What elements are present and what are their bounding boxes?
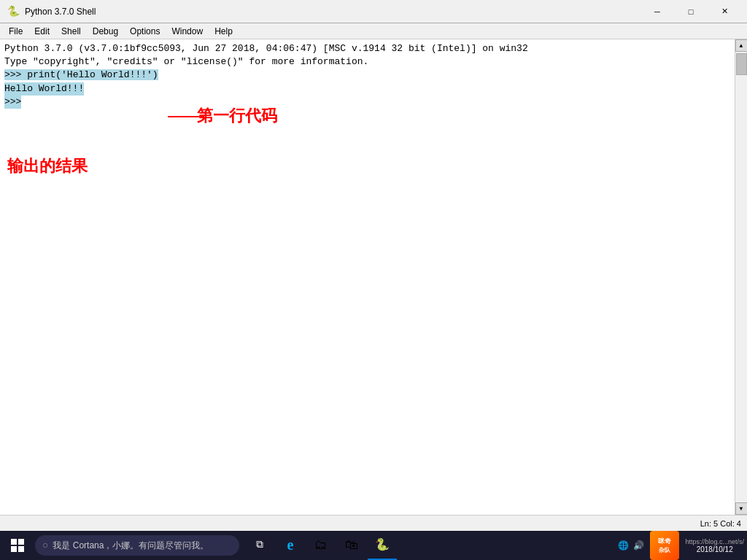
shell-prompt-line1: >>> print('Hello World!!!') xyxy=(4,69,730,82)
volume-icon[interactable]: 🔊 xyxy=(633,540,644,551)
svg-rect-3 xyxy=(18,546,24,552)
cortana-placeholder: 我是 Cortana，小娜。有问题尽管问我。 xyxy=(53,540,209,552)
date-display: 2018/10/12 xyxy=(697,545,733,553)
title-bar: 🐍 Python 3.7.0 Shell ─ □ ✕ xyxy=(0,0,747,23)
minimize-button[interactable]: ─ xyxy=(640,0,674,23)
prompt-symbol-2: >>> xyxy=(4,96,21,109)
prompt-symbol-1: >>> xyxy=(4,69,27,80)
python-taskbar-button[interactable]: 🐍 xyxy=(368,531,397,560)
shell-output-line: Hello World!!! xyxy=(4,82,730,96)
svg-rect-0 xyxy=(11,539,17,545)
start-button[interactable] xyxy=(3,531,32,560)
cursor-position: Ln: 5 Col: 4 xyxy=(700,519,741,528)
output-label: 输出的结果 xyxy=(7,157,88,175)
clock-area[interactable]: https://blog.c...net/s/ 2018/10/12 xyxy=(685,538,744,553)
store-icon: 🛍 xyxy=(345,537,358,553)
menu-bar: File Edit Shell Debug Options Window Hel… xyxy=(0,23,747,39)
svg-rect-2 xyxy=(11,546,17,552)
annotation-overlay: 第一行代码 输出的结果 xyxy=(0,79,735,515)
close-button[interactable]: ✕ xyxy=(708,0,741,23)
shell-prompt-line2: >>> xyxy=(4,96,730,109)
network-icon[interactable]: 🌐 xyxy=(618,540,629,551)
task-view-button[interactable]: ⧉ xyxy=(245,531,274,560)
python-taskbar-icon: 🐍 xyxy=(375,537,390,552)
menu-debug[interactable]: Debug xyxy=(87,25,124,38)
store-button[interactable]: 🛍 xyxy=(337,531,366,560)
menu-file[interactable]: File xyxy=(3,25,28,38)
maximize-button[interactable]: □ xyxy=(674,0,708,23)
file-explorer-button[interactable]: 🗂 xyxy=(306,531,336,560)
python-icon: 🐍 xyxy=(6,4,20,19)
menu-shell[interactable]: Shell xyxy=(55,25,87,38)
menu-options[interactable]: Options xyxy=(124,25,166,38)
folder-icon: 🗂 xyxy=(314,537,328,553)
shell-info-line1: Python 3.7.0 (v3.7.0:1bf9cc5093, Jun 27 … xyxy=(4,42,730,55)
status-bar: Ln: 5 Col: 4 xyxy=(0,515,747,531)
scroll-down-arrow[interactable]: ▼ xyxy=(735,502,748,515)
shell-text-area: Python 3.7.0 (v3.7.0:1bf9cc5093, Jun 27 … xyxy=(0,39,735,112)
shell-window: 🐍 Python 3.7.0 Shell ─ □ ✕ File Edit She… xyxy=(0,0,747,531)
annotation-output: 输出的结果 xyxy=(7,155,88,177)
user-avatar: 咪奇 杂队 xyxy=(650,531,679,560)
scroll-up-arrow[interactable]: ▲ xyxy=(735,39,748,52)
cortana-search[interactable]: ○ 我是 Cortana，小娜。有问题尽管问我。 xyxy=(35,535,239,556)
menu-edit[interactable]: Edit xyxy=(28,25,55,38)
avatar-text: 咪奇 xyxy=(658,537,671,546)
avatar-subtext: 杂队 xyxy=(659,546,670,554)
taskbar-apps: ⧉ e 🗂 🛍 🐍 xyxy=(245,531,397,560)
taskbar: ○ 我是 Cortana，小娜。有问题尽管问我。 ⧉ e 🗂 🛍 🐍 🌐 🔊 咪… xyxy=(0,531,747,560)
notification-area: 🌐 🔊 xyxy=(618,540,644,551)
taskbar-system-tray: 🌐 🔊 咪奇 杂队 https://blog.c...net/s/ 2018/1… xyxy=(618,531,744,560)
vertical-scrollbar[interactable]: ▲ ▼ xyxy=(735,39,747,515)
code-input-1: print('Hello World!!!') xyxy=(27,69,158,80)
svg-rect-1 xyxy=(18,539,24,545)
shell-info-line2: Type "copyright", "credits" or "license(… xyxy=(4,55,730,69)
search-circle-icon: ○ xyxy=(42,540,48,551)
task-view-icon: ⧉ xyxy=(256,539,263,551)
output-text: Hello World!!! xyxy=(4,82,84,96)
window-title: Python 3.7.0 Shell xyxy=(25,7,640,17)
menu-help[interactable]: Help xyxy=(209,25,239,38)
url-display: https://blog.c...net/s/ xyxy=(685,538,744,545)
url-badge-area: 咪奇 杂队 xyxy=(650,531,679,560)
window-controls: ─ □ ✕ xyxy=(640,0,741,23)
scroll-thumb[interactable] xyxy=(736,53,747,75)
shell-content[interactable]: Python 3.7.0 (v3.7.0:1bf9cc5093, Jun 27 … xyxy=(0,39,747,515)
annotation-arrow-line xyxy=(168,116,204,117)
edge-icon: e xyxy=(287,537,294,553)
edge-button[interactable]: e xyxy=(276,531,305,560)
menu-window[interactable]: Window xyxy=(166,25,209,38)
